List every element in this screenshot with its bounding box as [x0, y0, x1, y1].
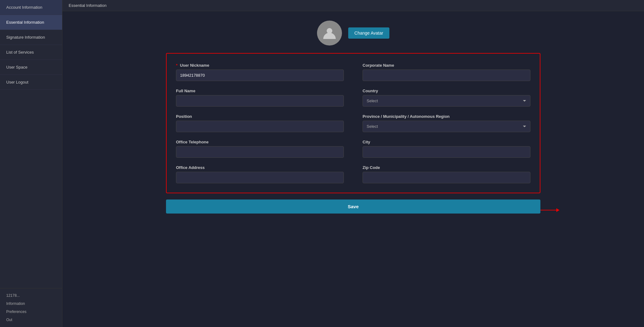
user-nickname-input[interactable] — [176, 70, 344, 81]
change-avatar-button[interactable]: Change Avatar — [348, 27, 389, 39]
sidebar-bottom-out[interactable]: Out — [4, 316, 58, 324]
position-label: Position — [176, 114, 344, 119]
field-province: Province / Municipality / Autonomous Reg… — [363, 114, 530, 132]
main-content: Essential Information Change Avatar — [62, 0, 644, 327]
avatar — [317, 21, 342, 46]
country-select[interactable]: Select — [363, 95, 530, 107]
save-button[interactable]: Save — [166, 200, 540, 214]
field-full-name: Full Name — [176, 89, 344, 107]
full-name-input[interactable] — [176, 95, 344, 107]
corporate-name-input[interactable] — [363, 70, 530, 81]
province-select[interactable]: Select — [363, 121, 530, 132]
zip-code-label: Zip Code — [363, 165, 530, 170]
field-zip-code: Zip Code — [363, 165, 530, 183]
sidebar-item-essential-information[interactable]: Essential Information — [0, 15, 62, 30]
office-address-input[interactable] — [176, 172, 344, 183]
sidebar-item-user-logout[interactable]: User Logout — [0, 75, 62, 90]
content-area: Change Avatar * User Nickname Corporate … — [62, 11, 644, 327]
field-office-telephone: Office Telephone — [176, 140, 344, 158]
country-label: Country — [363, 89, 530, 93]
arrow-line — [540, 210, 559, 210]
arrow-indicator — [540, 210, 559, 210]
field-city: City — [363, 140, 530, 158]
office-address-label: Office Address — [176, 165, 344, 170]
sidebar-bottom-information[interactable]: Information — [4, 300, 58, 308]
zip-code-input[interactable] — [363, 172, 530, 183]
topbar: Essential Information — [62, 0, 644, 11]
sidebar-username: 12178... — [4, 291, 58, 300]
province-label: Province / Municipality / Autonomous Reg… — [363, 114, 530, 119]
city-label: City — [363, 140, 530, 144]
sidebar-item-list-of-services[interactable]: List of Services — [0, 45, 62, 60]
office-telephone-label: Office Telephone — [176, 140, 344, 144]
sidebar-bottom: 12178... Information Preferences Out — [0, 288, 62, 327]
sidebar-item-signature-information[interactable]: Signature Information — [0, 30, 62, 45]
sidebar-item-user-space[interactable]: User Space — [0, 60, 62, 75]
sidebar-item-account-information[interactable]: Account Information — [0, 0, 62, 15]
city-input[interactable] — [363, 146, 530, 158]
field-corporate-name: Corporate Name — [363, 63, 530, 81]
field-office-address: Office Address — [176, 165, 344, 183]
form-grid: * User Nickname Corporate Name Full Name — [176, 63, 530, 183]
office-telephone-input[interactable] — [176, 146, 344, 158]
corporate-name-label: Corporate Name — [363, 63, 530, 68]
user-avatar-icon — [322, 25, 337, 41]
avatar-section: Change Avatar — [317, 21, 389, 46]
position-input[interactable] — [176, 121, 344, 132]
field-user-nickname: * User Nickname — [176, 63, 344, 81]
breadcrumb: Essential Information — [69, 3, 106, 8]
user-nickname-label: * User Nickname — [176, 63, 344, 68]
save-section: Save — [166, 200, 540, 214]
sidebar-bottom-preferences[interactable]: Preferences — [4, 308, 58, 316]
field-country: Country Select — [363, 89, 530, 107]
sidebar: Account Information Essential Informatio… — [0, 0, 62, 327]
field-position: Position — [176, 114, 344, 132]
form-container: * User Nickname Corporate Name Full Name — [166, 53, 540, 193]
full-name-label: Full Name — [176, 89, 344, 93]
